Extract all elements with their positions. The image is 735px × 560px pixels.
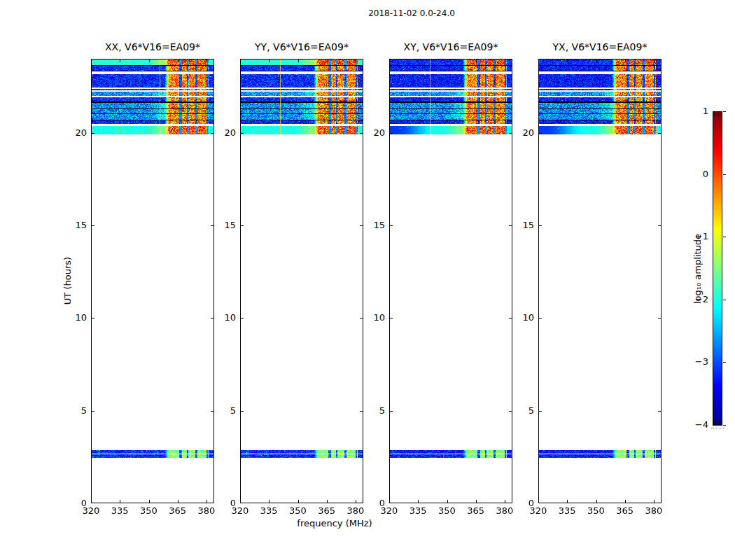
y-tick-label: 0 bbox=[215, 498, 236, 508]
colorbar-tick-label: −4 bbox=[687, 420, 708, 430]
spectrogram-panel-yx bbox=[538, 59, 662, 503]
colorbar-tick-label: 0 bbox=[687, 169, 708, 179]
x-tick-label: 365 bbox=[313, 506, 341, 516]
y-tick-label: 5 bbox=[215, 406, 236, 416]
x-tick-label: 350 bbox=[582, 506, 610, 516]
spectrogram-panel-xy bbox=[389, 59, 512, 503]
y-tick-label: 0 bbox=[513, 498, 534, 508]
y-tick-label: 20 bbox=[513, 128, 534, 138]
x-tick-label: 350 bbox=[433, 506, 461, 516]
colorbar-tick-label: −2 bbox=[687, 295, 708, 304]
y-tick-label: 15 bbox=[66, 220, 87, 230]
y-tick-label: 10 bbox=[513, 313, 534, 323]
y-tick-label: 0 bbox=[364, 498, 385, 508]
panel-title-yy: YY, V6*V16=EA09* bbox=[240, 41, 363, 52]
colorbar-tick-label: −1 bbox=[687, 232, 708, 241]
panel-title-xx: XX, V6*V16=EA09* bbox=[91, 41, 214, 52]
y-tick-label: 0 bbox=[66, 498, 87, 508]
y-tick-label: 5 bbox=[364, 406, 385, 416]
colorbar bbox=[713, 111, 727, 426]
panel-title-xy: XY, V6*V16=EA09* bbox=[389, 41, 512, 52]
x-tick-label: 335 bbox=[404, 506, 432, 516]
spectrogram-panel-yy bbox=[240, 59, 363, 503]
y-tick-label: 20 bbox=[215, 128, 236, 138]
y-axis-label: UT (hours) bbox=[62, 257, 73, 304]
x-tick-label: 350 bbox=[284, 506, 312, 516]
colorbar-tick-label: 1 bbox=[687, 106, 708, 116]
x-tick-label: 365 bbox=[611, 506, 639, 516]
colorbar-extend-dots bbox=[711, 428, 725, 428]
x-tick-label: 350 bbox=[135, 506, 163, 516]
x-tick-label: 335 bbox=[255, 506, 283, 516]
panel-title-yx: YX, V6*V16=EA09* bbox=[538, 41, 662, 52]
x-tick-label: 365 bbox=[462, 506, 490, 516]
y-tick-label: 20 bbox=[364, 128, 385, 138]
y-tick-label: 15 bbox=[513, 220, 534, 230]
y-tick-label: 10 bbox=[66, 313, 87, 323]
figure-title: 2018-11-02 0.0-24.0 bbox=[368, 8, 455, 18]
y-tick-label: 15 bbox=[364, 220, 385, 230]
colorbar-tick-label: −3 bbox=[687, 357, 708, 367]
x-tick-label: 335 bbox=[106, 506, 134, 516]
y-tick-label: 15 bbox=[215, 220, 236, 230]
x-tick-label: 365 bbox=[164, 506, 192, 516]
y-tick-label: 10 bbox=[215, 313, 236, 323]
x-tick-label: 335 bbox=[553, 506, 581, 516]
y-tick-label: 20 bbox=[66, 128, 87, 138]
x-tick-label: 380 bbox=[640, 506, 668, 516]
y-tick-label: 5 bbox=[66, 406, 87, 416]
y-tick-label: 10 bbox=[364, 313, 385, 323]
figure: 2018-11-02 0.0-24.0 XX, V6*V16=EA09* YY,… bbox=[0, 0, 735, 560]
y-tick-label: 5 bbox=[513, 406, 534, 416]
x-axis-label: frequency (MHz) bbox=[297, 518, 372, 528]
spectrogram-panel-xx bbox=[91, 59, 214, 503]
